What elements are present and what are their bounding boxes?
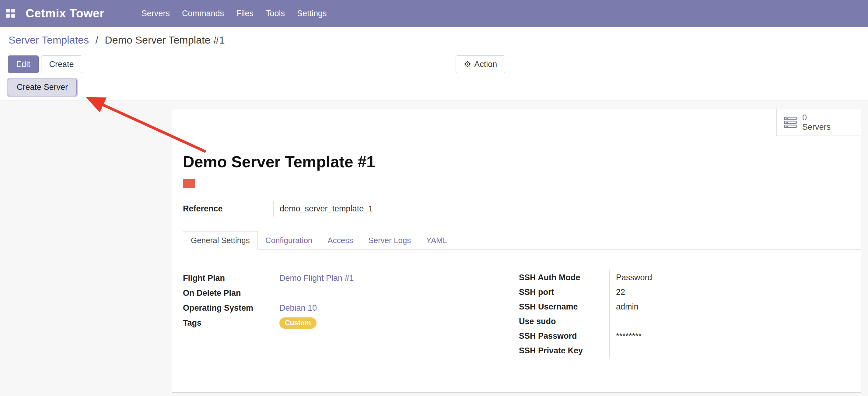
create-button[interactable]: Create (41, 55, 82, 73)
fields-left: Flight Plan Demo Flight Plan #1 On Delet… (183, 271, 354, 331)
page: Cetmix Tower Servers Commands Files Tool… (0, 0, 868, 396)
top-menu: Servers Commands Files Tools Settings (135, 0, 333, 27)
servers-stat-button[interactable]: 0 Servers (776, 109, 861, 136)
field-value-ssh-private-key (616, 343, 719, 358)
field-label-ssh-auth-mode: SSH Auth Mode (519, 270, 609, 285)
field-label-ssh-password: SSH Password (519, 329, 609, 343)
field-label-ssh-private-key: SSH Private Key (519, 343, 609, 358)
notebook-tabs: General Settings Configuration Access Se… (183, 231, 861, 250)
reference-row: Reference demo_server_template_1 (183, 201, 373, 217)
field-value-ssh-port: 22 (616, 285, 719, 300)
edit-button[interactable]: Edit (8, 55, 39, 73)
nav-settings[interactable]: Settings (291, 0, 333, 27)
fields-right: SSH Auth Mode SSH port SSH Username Use … (519, 270, 719, 358)
gear-icon: ⚙ (464, 60, 471, 68)
action-button[interactable]: ⚙ Action (456, 55, 505, 73)
fields-right-values: Password 22 admin ******** (609, 270, 719, 358)
breadcrumb-current: Demo Server Template #1 (105, 34, 225, 46)
field-row: On Delete Plan (183, 286, 354, 301)
color-swatch-fill (183, 179, 195, 188)
stat-text: 0 Servers (802, 113, 831, 132)
apps-grid-icon[interactable] (6, 9, 15, 18)
nav-files[interactable]: Files (230, 0, 259, 27)
field-label-on-delete-plan: On Delete Plan (183, 288, 279, 298)
field-value-ssh-auth-mode: Password (616, 270, 719, 285)
action-button-label: Action (474, 60, 497, 69)
field-value-operating-system-link[interactable]: Debian 10 (279, 303, 317, 313)
content-area: 0 Servers Demo Server Template #1 Refere… (0, 101, 868, 396)
tag-custom: Custom (279, 317, 316, 329)
field-label-ssh-username: SSH Username (519, 300, 609, 314)
field-separator (273, 201, 274, 217)
field-label-tags: Tags (183, 318, 279, 328)
field-value-flight-plan-link[interactable]: Demo Flight Plan #1 (279, 274, 354, 283)
field-label-use-sudo: Use sudo (519, 314, 609, 329)
field-row: Tags Custom (183, 316, 354, 331)
apps-grid-dot (6, 14, 10, 18)
field-value-ssh-password: ******** (616, 329, 719, 343)
field-value-use-sudo (616, 314, 719, 329)
top-navbar: Cetmix Tower Servers Commands Files Tool… (0, 0, 868, 27)
create-server-button[interactable]: Create Server (8, 79, 77, 96)
field-label-flight-plan: Flight Plan (183, 274, 279, 283)
form-sheet: 0 Servers Demo Server Template #1 Refere… (172, 109, 861, 393)
tab-server-logs[interactable]: Server Logs (361, 231, 418, 250)
field-row: Operating System Debian 10 (183, 301, 354, 316)
field-value-ssh-username: admin (616, 300, 719, 314)
server-stack-icon (784, 117, 797, 128)
tab-access[interactable]: Access (320, 231, 361, 250)
color-swatch[interactable] (183, 179, 195, 188)
breadcrumb-parent-link[interactable]: Server Templates (8, 34, 89, 46)
brand-title[interactable]: Cetmix Tower (26, 7, 104, 20)
reference-label: Reference (183, 204, 273, 214)
nav-commands[interactable]: Commands (176, 0, 230, 27)
reference-value: demo_server_template_1 (280, 204, 373, 214)
fields-right-labels: SSH Auth Mode SSH port SSH Username Use … (519, 270, 609, 358)
tab-general-settings[interactable]: General Settings (183, 231, 258, 250)
stat-label: Servers (802, 122, 831, 132)
tab-yaml[interactable]: YAML (418, 231, 455, 250)
breadcrumb-separator: / (95, 34, 98, 46)
apps-grid-dot (11, 9, 15, 12)
apps-grid-dot (6, 9, 10, 12)
field-label-operating-system: Operating System (183, 303, 279, 313)
nav-tools[interactable]: Tools (259, 0, 291, 27)
field-row: Flight Plan Demo Flight Plan #1 (183, 271, 354, 286)
apps-grid-dot (11, 14, 15, 18)
tab-configuration[interactable]: Configuration (258, 231, 320, 250)
control-buttons: Edit Create (8, 55, 82, 73)
stat-value: 0 (802, 113, 831, 122)
nav-servers[interactable]: Servers (135, 0, 176, 27)
statusbar: Create Server (0, 74, 868, 101)
page-title: Demo Server Template #1 (183, 152, 375, 171)
breadcrumb: Server Templates / Demo Server Template … (8, 34, 225, 46)
field-label-ssh-port: SSH port (519, 285, 609, 300)
